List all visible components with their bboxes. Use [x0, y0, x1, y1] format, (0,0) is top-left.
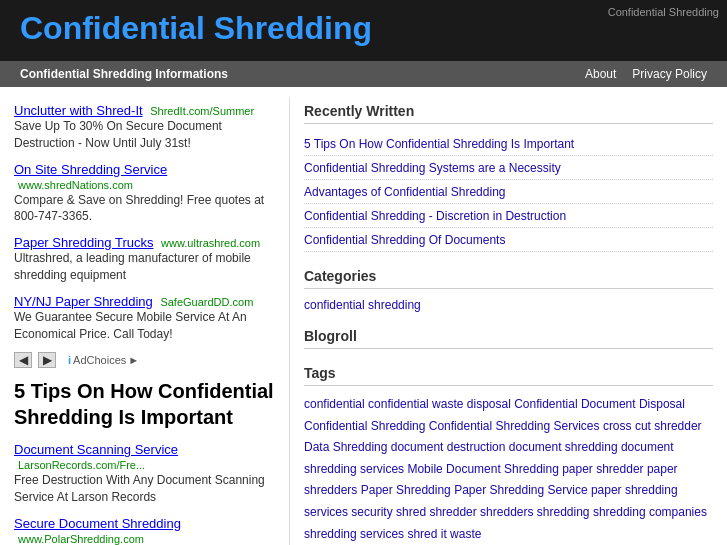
article-ad-item: Document Scanning Service LarsonRecords.…: [14, 442, 275, 506]
prev-ad-button[interactable]: ◀: [14, 352, 32, 368]
recent-link[interactable]: Confidential Shredding Of Documents: [304, 233, 505, 247]
tag-link[interactable]: Confidential Shredding: [304, 419, 425, 433]
navbar-links: About Privacy Policy: [585, 67, 707, 81]
adchoices-text: AdChoices: [73, 354, 126, 366]
tag-link[interactable]: shred it: [407, 527, 446, 541]
ad-desc: Ultrashred, a leading manufacturer of mo…: [14, 250, 275, 284]
article-ads: Document Scanning Service LarsonRecords.…: [14, 442, 275, 545]
ad-item: Paper Shredding Trucks www.ultrashred.co…: [14, 235, 275, 284]
tags-container: confidential confidential waste disposal…: [304, 394, 713, 545]
tag-link[interactable]: shredding companies: [593, 505, 707, 519]
adchoices-arrow-icon: ►: [128, 354, 139, 366]
categories-section: Categories confidential shredding: [304, 268, 713, 312]
category-link[interactable]: confidential shredding: [304, 298, 421, 312]
ad-source: www.shredNations.com: [18, 179, 133, 191]
recent-link[interactable]: Confidential Shredding - Discretion in D…: [304, 209, 566, 223]
tag-link[interactable]: shred shredder: [396, 505, 477, 519]
ad-desc: Compare & Save on Shredding! Free quotes…: [14, 192, 275, 226]
ad-title-link[interactable]: Unclutter with Shred-It: [14, 103, 143, 118]
about-link[interactable]: About: [585, 67, 616, 81]
recent-link[interactable]: Confidential Shredding Systems are a Nec…: [304, 161, 561, 175]
categories-title: Categories: [304, 268, 713, 289]
ad-title-link[interactable]: NY/NJ Paper Shredding: [14, 294, 153, 309]
tag-link[interactable]: paper shredder: [562, 462, 643, 476]
ad-nav: ◀ ▶ i AdChoices ►: [14, 352, 275, 368]
ad-source: SafeGuardDD.com: [160, 296, 253, 308]
recent-link[interactable]: 5 Tips On How Confidential Shredding Is …: [304, 137, 574, 151]
tag-link[interactable]: document destruction: [391, 440, 506, 454]
tag-link[interactable]: confidential waste disposal: [368, 397, 511, 411]
tag-link[interactable]: Paper Shredding: [361, 483, 451, 497]
navbar: Confidential Shredding Informations Abou…: [0, 61, 727, 87]
art-ad-title-link[interactable]: Secure Document Shredding: [14, 516, 181, 531]
list-item: 5 Tips On How Confidential Shredding Is …: [304, 132, 713, 156]
tag-link[interactable]: shredding services: [304, 527, 404, 541]
ad-title-link[interactable]: Paper Shredding Trucks: [14, 235, 153, 250]
blogroll-section: Blogroll: [304, 328, 713, 349]
art-ad-source: LarsonRecords.com/Fre...: [18, 459, 145, 471]
ad-source: www.ultrashred.com: [161, 237, 260, 249]
art-ad-title: Document Scanning Service LarsonRecords.…: [14, 442, 275, 472]
art-ad-title: Secure Document Shredding www.PolarShred…: [14, 516, 275, 545]
tag-link[interactable]: Confidential Shredding Services: [429, 419, 600, 433]
recent-link[interactable]: Advantages of Confidential Shredding: [304, 185, 505, 199]
ad-title: Paper Shredding Trucks www.ultrashred.co…: [14, 235, 275, 250]
ad-desc: We Guarantee Secure Mobile Service At An…: [14, 309, 275, 343]
ad-item: On Site Shredding Service www.shredNatio…: [14, 162, 275, 226]
ad-item: NY/NJ Paper Shredding SafeGuardDD.com We…: [14, 294, 275, 343]
art-ad-desc: Free Destruction With Any Document Scann…: [14, 472, 275, 506]
blogroll-title: Blogroll: [304, 328, 713, 349]
article-ad-item: Secure Document Shredding www.PolarShred…: [14, 516, 275, 545]
site-title: Confidential Shredding: [20, 10, 707, 47]
list-item: Confidential Shredding Systems are a Nec…: [304, 156, 713, 180]
watermark: Confidential Shredding: [608, 6, 719, 18]
tag-link[interactable]: cross cut shredder: [603, 419, 702, 433]
next-ad-button[interactable]: ▶: [38, 352, 56, 368]
tag-link[interactable]: security: [351, 505, 392, 519]
ad-title: NY/NJ Paper Shredding SafeGuardDD.com: [14, 294, 275, 309]
tag-link[interactable]: Data Shredding: [304, 440, 387, 454]
ad-source: ShredIt.com/Summer: [150, 105, 254, 117]
ad-title: Unclutter with Shred-It ShredIt.com/Summ…: [14, 103, 275, 118]
recently-written-section: Recently Written 5 Tips On How Confident…: [304, 103, 713, 252]
recently-written-list: 5 Tips On How Confidential Shredding Is …: [304, 132, 713, 252]
article-title: 5 Tips On How Confidential Shredding Is …: [14, 378, 275, 430]
tag-link[interactable]: document shredding: [509, 440, 618, 454]
tag-link[interactable]: waste: [450, 527, 481, 541]
tag-link[interactable]: shredders: [480, 505, 533, 519]
tags-title: Tags: [304, 365, 713, 386]
right-sidebar: Recently Written 5 Tips On How Confident…: [290, 97, 727, 545]
list-item: Confidential Shredding - Discretion in D…: [304, 204, 713, 228]
art-ad-source: www.PolarShredding.com: [18, 533, 144, 545]
list-item: Confidential Shredding Of Documents: [304, 228, 713, 252]
tag-link[interactable]: confidential: [304, 397, 365, 411]
list-item: Advantages of Confidential Shredding: [304, 180, 713, 204]
tags-section: Tags confidential confidential waste dis…: [304, 365, 713, 545]
adchoices-icon: i: [68, 354, 71, 366]
category-links: confidential shredding: [304, 297, 713, 312]
tag-link[interactable]: Confidential Document Disposal: [514, 397, 685, 411]
recently-written-title: Recently Written: [304, 103, 713, 124]
tag-link[interactable]: Mobile Document Shredding: [407, 462, 558, 476]
privacy-link[interactable]: Privacy Policy: [632, 67, 707, 81]
art-ad-title-link[interactable]: Document Scanning Service: [14, 442, 178, 457]
left-ads: Unclutter with Shred-It ShredIt.com/Summ…: [14, 103, 275, 342]
left-column: Unclutter with Shred-It ShredIt.com/Summ…: [0, 97, 290, 545]
ad-desc: Save Up To 30% On Secure Document Destru…: [14, 118, 275, 152]
ad-title-link[interactable]: On Site Shredding Service: [14, 162, 167, 177]
adchoices-label: i AdChoices ►: [68, 354, 139, 366]
ad-title: On Site Shredding Service www.shredNatio…: [14, 162, 275, 192]
ad-item: Unclutter with Shred-It ShredIt.com/Summ…: [14, 103, 275, 152]
tag-link[interactable]: Paper Shredding Service: [454, 483, 587, 497]
navbar-info: Confidential Shredding Informations: [20, 67, 228, 81]
tag-link[interactable]: shredding: [537, 505, 590, 519]
